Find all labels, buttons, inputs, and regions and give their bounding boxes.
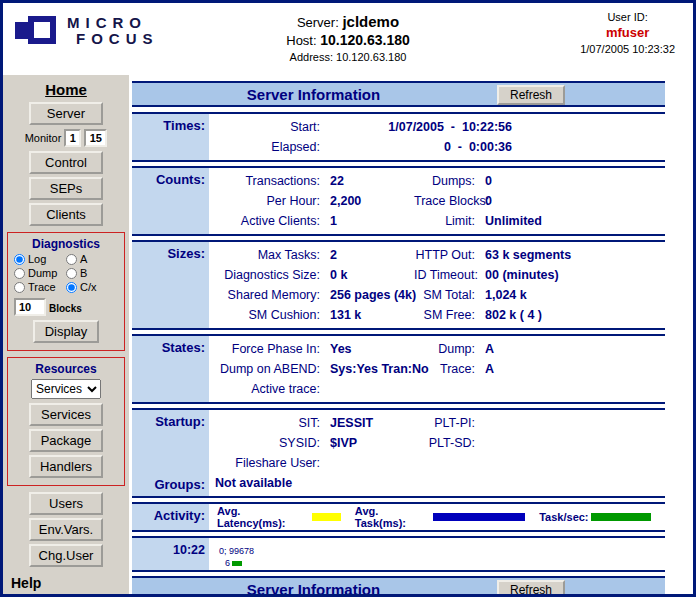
counts-label: Counts: — [132, 168, 209, 234]
server-name: jcldemo — [342, 13, 399, 30]
server-identity: Server: jcldemo Host: 10.120.63.180 Addr… — [203, 13, 493, 63]
activity-label: Activity: — [132, 504, 209, 530]
activity-data-section: 10:22 0; 99678 6 — [132, 536, 665, 572]
sizes-row: SM Cushion: 131 k SM Free: 802 k ( 4 ) — [209, 305, 665, 325]
diagnostics-title: Diagnostics — [10, 237, 122, 251]
home-link[interactable]: Home — [3, 81, 129, 98]
resources-dropdown[interactable]: Services — [31, 379, 101, 399]
radio-dump-input[interactable] — [14, 268, 25, 279]
tasksec-data-bar — [232, 561, 242, 566]
radio-b-input[interactable] — [66, 268, 77, 279]
radio-b[interactable]: B — [66, 267, 118, 279]
package-button[interactable]: Package — [29, 429, 103, 452]
chguser-button[interactable]: Chg.User — [29, 544, 103, 567]
radio-trace-input[interactable] — [14, 282, 25, 293]
top-title-bar: Server Information Refresh — [132, 81, 665, 107]
server-name-line: Server: jcldemo — [203, 13, 493, 30]
display-button[interactable]: Display — [33, 320, 99, 343]
activity-legend: Avg. Latency(ms): Avg. Task(ms): Task/se… — [209, 507, 665, 527]
monitor-count-input[interactable] — [84, 129, 107, 147]
states-section: States: Force Phase In: Yes Dump: A Dump… — [132, 334, 665, 404]
refresh-button-bottom[interactable]: Refresh — [497, 580, 565, 597]
sizes-row: Max Tasks: 2 HTTP Out: 63 k segments — [209, 245, 665, 265]
startup-row: Fileshare User: — [209, 453, 665, 473]
help-heading: Help — [11, 575, 129, 591]
counts-row: Per Hour: 2,200 Trace Blocks: 0 — [209, 191, 665, 211]
address-line: Address: 10.120.63.180 — [203, 51, 493, 63]
startup-label: Startup: — [132, 414, 205, 429]
page-title: Server Information — [132, 86, 495, 103]
sidebar: Home Server Monitor Control SEPs Clients… — [3, 75, 129, 594]
page-title-bottom: Server Information — [132, 581, 495, 597]
counts-row: Transactions: 22 Dumps: 0 — [209, 171, 665, 191]
times-label: Times: — [132, 114, 209, 160]
activity-tasksec-line: 6 — [219, 558, 665, 568]
user-info: User ID: mfuser 1/07/2005 10:23:32 — [580, 11, 675, 55]
sizes-label: Sizes: — [132, 242, 209, 328]
counts-row: Active Clients: 1 Limit: Unlimited — [209, 211, 665, 231]
user-id-value: mfuser — [580, 25, 675, 40]
times-section: Times: Start: 1/07/2005 - 10:22:56 Elaps… — [132, 112, 665, 162]
sizes-row: Shared Memory: 256 pages (4k) SM Total: … — [209, 285, 665, 305]
startup-row: SYSID: $IVP PLT-SD: — [209, 433, 665, 453]
states-row: Dump on ABEND: Sys:Yes Tran:No Trace: A — [209, 359, 665, 379]
times-row: Start: 1/07/2005 - 10:22:56 — [209, 117, 665, 137]
user-id-label: User ID: — [580, 11, 675, 23]
tasksec-legend-bar — [591, 513, 651, 521]
startup-row: SIT: JESSIT PLT-PI: — [209, 413, 665, 433]
micro-focus-logo-icon — [13, 11, 59, 51]
host-address: 10.120.63.180 — [320, 32, 410, 48]
groups-value: Not available — [209, 473, 665, 493]
resources-title: Resources — [10, 362, 122, 376]
radio-cx[interactable]: C/x — [66, 281, 118, 293]
states-row: Active trace: — [209, 379, 665, 399]
monitor-row: Monitor — [3, 129, 129, 147]
activity-time: 10:22 — [132, 538, 209, 570]
radio-log[interactable]: Log — [14, 253, 66, 265]
radio-a[interactable]: A — [66, 253, 118, 265]
refresh-button-top[interactable]: Refresh — [497, 85, 565, 105]
host-line: Host: 10.120.63.180 — [203, 32, 493, 48]
counts-section: Counts: Transactions: 22 Dumps: 0 Per Ho… — [132, 166, 665, 236]
server-button[interactable]: Server — [29, 102, 103, 125]
radio-dump[interactable]: Dump — [14, 267, 66, 279]
groups-label: Groups: — [132, 477, 205, 492]
envvars-button[interactable]: Env.Vars. — [29, 518, 103, 541]
admin-window: MICRO FOCUS Server: jcldemo Host: 10.120… — [0, 0, 696, 597]
blocks-label: Blocks — [49, 303, 82, 316]
radio-cx-input[interactable] — [66, 282, 77, 293]
task-legend-bar — [433, 513, 526, 521]
blocks-row: Blocks — [14, 298, 120, 316]
resources-box: Resources Services Services Package Hand… — [7, 357, 125, 486]
activity-values-line: 0; 99678 — [219, 540, 665, 558]
sizes-row: Diagnostics Size: 0 k ID Timeout: 00 (mi… — [209, 265, 665, 285]
monitor-label: Monitor — [25, 132, 62, 144]
control-button[interactable]: Control — [29, 151, 103, 174]
radio-log-input[interactable] — [14, 254, 25, 265]
diagnostics-box: Diagnostics Log A Dump — [7, 232, 125, 351]
users-button[interactable]: Users — [29, 492, 103, 515]
main-panel: Server Information Refresh Times: Start:… — [129, 75, 693, 594]
clients-button[interactable]: Clients — [29, 203, 103, 226]
logo-text: MICRO FOCUS — [67, 15, 159, 47]
handlers-button[interactable]: Handlers — [29, 455, 103, 478]
latency-legend-bar — [312, 513, 341, 521]
seps-button[interactable]: SEPs — [29, 177, 103, 200]
diagnostics-radios: Log A Dump B — [10, 253, 122, 293]
services-button[interactable]: Services — [29, 403, 103, 426]
bottom-title-bar: Server Information Refresh — [132, 576, 665, 597]
radio-a-input[interactable] — [66, 254, 77, 265]
sizes-section: Sizes: Max Tasks: 2 HTTP Out: 63 k segme… — [132, 240, 665, 330]
startup-section: Startup: Groups: SIT: JESSIT PLT-PI: SYS… — [132, 408, 665, 498]
startup-label-column: Startup: Groups: — [132, 410, 209, 496]
times-row: Elapsed: 0 - 0:00:36 — [209, 137, 665, 157]
activity-section: Activity: Avg. Latency(ms): Avg. Task(ms… — [132, 502, 665, 532]
monitor-interval-input[interactable] — [64, 129, 81, 147]
radio-trace[interactable]: Trace — [14, 281, 66, 293]
micro-focus-logo: MICRO FOCUS — [13, 11, 159, 51]
states-row: Force Phase In: Yes Dump: A — [209, 339, 665, 359]
page-header: MICRO FOCUS Server: jcldemo Host: 10.120… — [3, 3, 693, 75]
current-datetime: 1/07/2005 10:23:32 — [580, 43, 675, 55]
states-label: States: — [132, 336, 209, 402]
blocks-input[interactable] — [14, 298, 46, 316]
